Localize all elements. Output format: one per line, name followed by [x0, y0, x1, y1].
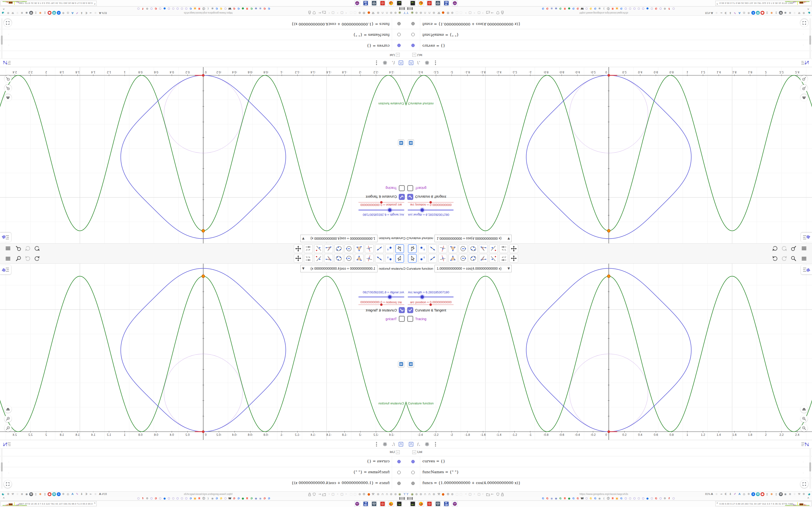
browser-extension-icon[interactable]: ← [318, 492, 321, 497]
browser-action-icon[interactable]: ◉ [24, 492, 29, 496]
bookmark-favicon[interactable]: ⬡ [167, 497, 170, 500]
bookmark-favicon[interactable]: G [589, 497, 593, 500]
browser-extension-icon[interactable]: ← [318, 10, 321, 15]
bookmark-favicon[interactable]: f [667, 7, 671, 10]
browser-extension-icon[interactable] [308, 10, 311, 15]
bookmark-favicon[interactable]: ⬡ [176, 497, 179, 500]
browser-extension-icon[interactable]: ● [367, 10, 370, 15]
kebab-menu-icon[interactable] [433, 441, 439, 447]
function-chooser-dropdown[interactable]: 1.000000000000 + cos(4.000000000000 x) ▼ [300, 265, 377, 272]
taskbar-app-chat[interactable] [452, 501, 458, 507]
bookmark-favicon[interactable]: ⚙ [663, 7, 666, 10]
bookmark-favicon[interactable]: Я [611, 497, 614, 500]
browser-action-icon[interactable]: ▯ [34, 492, 38, 496]
arc-length-knob[interactable] [388, 295, 392, 299]
browser-action-icon[interactable]: ▯ [43, 11, 47, 15]
browser-action-icon[interactable]: ◎ [742, 492, 746, 496]
zoom-out-button[interactable] [4, 425, 12, 432]
browser-extension-icon[interactable]: ∩ [382, 10, 384, 15]
browser-action-icon[interactable]: ● [761, 492, 764, 496]
bookmark-favicon[interactable]: ⬡ [224, 7, 227, 10]
slider-tool[interactable]: a=2 [304, 244, 313, 253]
curvature-tangent-checkbox[interactable] [399, 307, 405, 313]
fullscreen-button[interactable] [800, 480, 808, 488]
bookmark-favicon[interactable]: ⬡ [650, 7, 654, 10]
browser-action-icon[interactable]: ✐ [75, 11, 79, 15]
browser-action-icon[interactable]: A [70, 492, 74, 496]
browser-extension-icon[interactable]: ⊕ [390, 492, 393, 497]
taskbar-app-settings[interactable] [426, 501, 433, 507]
line-tool[interactable] [428, 244, 437, 253]
curvature-tangent-checkbox[interactable] [407, 194, 413, 200]
reflect-tool[interactable] [489, 244, 498, 253]
bookmark-favicon[interactable]: ⬡ [158, 497, 162, 500]
bookmark-favicon[interactable]: ▣ [193, 7, 197, 10]
taskbar-app-screenshot[interactable] [371, 0, 377, 6]
browser-action-icon[interactable]: ⚒ [11, 492, 15, 496]
visibility-marble[interactable] [411, 33, 415, 36]
angle-tool[interactable]: α [479, 244, 488, 253]
function-chooser-dropdown[interactable]: 1.000000000000 + cos(4.000000000000 x) ▼ [300, 235, 377, 242]
zoom-in-button[interactable] [800, 415, 808, 422]
browser-extension-icon[interactable]: ▢ [456, 10, 458, 15]
browser-extension-icon[interactable]: ⊕ [415, 492, 418, 497]
bookmark-favicon[interactable]: ⬡ [137, 7, 140, 10]
browser-extension-icon[interactable]: ← [491, 492, 494, 497]
taskbar-app-disk[interactable] [396, 0, 402, 6]
bookmark-favicon[interactable]: G [154, 497, 158, 500]
bookmark-favicon[interactable]: ◉ [211, 497, 214, 500]
arc-length-slider[interactable] [358, 296, 404, 297]
browser-action-icon[interactable]: U [52, 11, 56, 15]
polygon-tool[interactable] [355, 244, 363, 253]
browser-action-icon[interactable]: ☆ [715, 492, 718, 496]
browser-action-icon[interactable]: + [57, 11, 61, 15]
browser-action-icon[interactable]: ◎ [66, 492, 70, 496]
bookmark-favicon[interactable]: G [594, 7, 597, 10]
move-tool[interactable] [408, 254, 417, 263]
browser-action-icon[interactable]: ● [48, 492, 51, 496]
bookmark-favicon[interactable]: ( [602, 497, 606, 500]
browser-action-icon[interactable]: ◕ [1, 492, 5, 496]
bookmark-favicon[interactable]: ⬡ [659, 7, 662, 10]
gear-icon[interactable] [424, 441, 430, 447]
fx-icon[interactable]: fx [416, 60, 422, 66]
bookmark-favicon[interactable]: Я [198, 7, 201, 10]
browser-action-icon[interactable]: ⇩ [728, 492, 732, 496]
bookmark-favicon[interactable]: G [215, 497, 218, 500]
browser-action-icon[interactable]: U [779, 492, 783, 496]
algebra-row[interactable]: funcs = {1.00000000000 + cos(4.000000000… [406, 18, 812, 29]
bookmark-favicon[interactable]: G [250, 7, 253, 10]
browser-action-icon[interactable]: ◉ [24, 11, 29, 15]
scrollbar-thumb[interactable] [809, 36, 811, 45]
circle-tool[interactable] [459, 254, 467, 263]
open-algebra-view-button[interactable] [0, 265, 11, 274]
browser-action-icon[interactable]: → [89, 492, 93, 496]
tracing-checkbox[interactable] [407, 185, 413, 191]
algebra-row[interactable]: funcs = {1.00000000000 + cos(4.000000000… [406, 478, 812, 489]
browser-action-icon[interactable]: ◉ [783, 11, 788, 15]
bookmark-favicon[interactable]: G [263, 7, 266, 10]
taskbar-app-disk[interactable] [410, 0, 416, 6]
home-button[interactable] [800, 94, 808, 101]
browser-extension-icon[interactable]: ▢ [341, 492, 343, 497]
bookmark-favicon[interactable]: ⬡ [624, 497, 627, 500]
browser-extension-icon[interactable] [496, 10, 499, 15]
bookmark-favicon[interactable]: ( [206, 7, 210, 10]
bookmark-favicon[interactable]: ⬡ [585, 7, 588, 10]
open-algebra-view-button[interactable] [801, 233, 812, 242]
browser-extension-icon[interactable]: ⊕ [377, 492, 379, 497]
bookmark-favicon[interactable]: ⬡ [633, 7, 636, 10]
browser-extension-icon[interactable]: ⚒ [438, 492, 440, 497]
arc-length-knob[interactable] [420, 208, 424, 212]
ellipse-tool[interactable] [335, 244, 343, 253]
visibility-marble[interactable] [397, 44, 401, 47]
bookmark-favicon[interactable]: Я [246, 497, 249, 500]
browser-action-icon[interactable]: ⊕ [770, 492, 773, 496]
open-algebra-view-button[interactable] [0, 233, 11, 242]
browser-action-icon[interactable]: ♢ [15, 492, 19, 496]
bookmark-favicon[interactable]: Я [611, 7, 614, 10]
line-tool[interactable] [428, 254, 437, 263]
browser-action-icon[interactable]: ▯ [774, 11, 778, 15]
bookmark-favicon[interactable]: G [267, 497, 271, 500]
arc-length-slider[interactable] [408, 210, 454, 211]
